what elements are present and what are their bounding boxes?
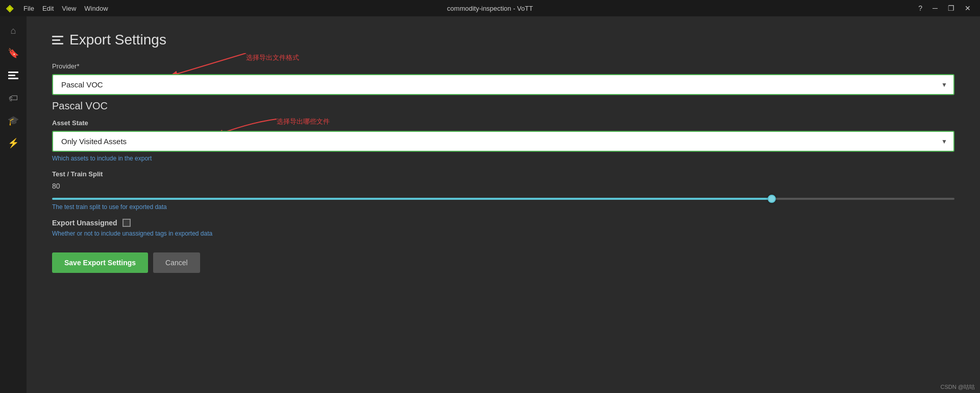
sidebar: ⌂ 🔖 🏷 🎓 ⚡: [0, 16, 27, 393]
export-unassigned-label: Export Unassigned: [52, 219, 117, 227]
svg-rect-2: [8, 78, 18, 79]
close-button[interactable]: ✕: [962, 3, 974, 13]
page-title: Export Settings: [69, 32, 166, 48]
page-title-row: Export Settings: [52, 32, 954, 48]
window-title: commodity-inspection - VoTT: [447, 5, 533, 12]
provider-select-wrapper: Pascal VOC COCO JSON CSV TensorFlow Reco…: [52, 74, 954, 95]
watermark: CSDN @咕咕: [941, 383, 975, 391]
restore-button[interactable]: ❐: [945, 3, 958, 13]
menu-edit[interactable]: Edit: [42, 5, 54, 12]
export-unassigned-section: Export Unassigned Whether or not to incl…: [52, 219, 954, 237]
title-bar-left: ◈ File Edit View Window: [6, 3, 108, 14]
minimize-button[interactable]: ─: [929, 3, 941, 13]
svg-rect-1: [8, 75, 15, 76]
app-body: ⌂ 🔖 🏷 🎓 ⚡ Export Settings Provider*: [0, 16, 980, 393]
asset-state-label: Asset State: [52, 119, 954, 127]
sidebar-item-train[interactable]: 🎓: [3, 110, 23, 131]
title-icon: [52, 36, 63, 44]
export-unassigned-hint: Whether or not to include unassigned tag…: [52, 230, 954, 237]
cancel-button[interactable]: Cancel: [153, 252, 200, 273]
test-train-value: 80: [52, 182, 954, 190]
test-train-label: Test / Train Split: [52, 170, 954, 178]
save-button[interactable]: Save Export Settings: [52, 252, 148, 273]
main-content: Export Settings Provider* 选择导出文件格式 Pasca…: [27, 16, 980, 393]
test-train-section: Test / Train Split 80 The test train spl…: [52, 170, 954, 211]
menu-view[interactable]: View: [62, 5, 76, 12]
test-train-slider[interactable]: [52, 198, 954, 200]
svg-rect-0: [8, 72, 18, 73]
title-bar: ◈ File Edit View Window commodity-inspec…: [0, 0, 980, 16]
export-unassigned-row: Export Unassigned: [52, 219, 954, 227]
button-row: Save Export Settings Cancel: [52, 252, 954, 273]
asset-state-select-wrapper: Only Visited Assets All Assets Only Tagg…: [52, 131, 954, 152]
test-train-hint: The test train split to use for exported…: [52, 203, 954, 211]
provider-select[interactable]: Pascal VOC COCO JSON CSV TensorFlow Reco…: [52, 74, 954, 95]
section-heading: Pascal VOC: [52, 100, 954, 112]
asset-state-hint: Which assets to include in the export: [52, 155, 954, 162]
window-controls: ? ─ ❐ ✕: [915, 3, 974, 13]
menu-file[interactable]: File: [23, 5, 34, 12]
asset-state-select[interactable]: Only Visited Assets All Assets Only Tagg…: [52, 131, 954, 152]
provider-annotation: 选择导出文件格式: [246, 53, 299, 62]
sidebar-item-bookmark[interactable]: 🔖: [3, 43, 23, 63]
sidebar-item-tag[interactable]: 🏷: [3, 88, 23, 108]
menu-window[interactable]: Window: [84, 5, 108, 12]
help-button[interactable]: ?: [915, 3, 925, 13]
asset-state-annotation: 选择导出哪些文件: [277, 117, 330, 126]
export-unassigned-checkbox[interactable]: [122, 219, 131, 227]
menu-bar: File Edit View Window: [23, 5, 108, 12]
provider-label: Provider*: [52, 62, 954, 70]
sidebar-item-plugin[interactable]: ⚡: [3, 133, 23, 153]
slider-container: [52, 193, 954, 201]
app-logo: ◈: [6, 3, 13, 14]
sidebar-item-settings[interactable]: [3, 65, 23, 86]
sidebar-item-home[interactable]: ⌂: [3, 20, 23, 41]
